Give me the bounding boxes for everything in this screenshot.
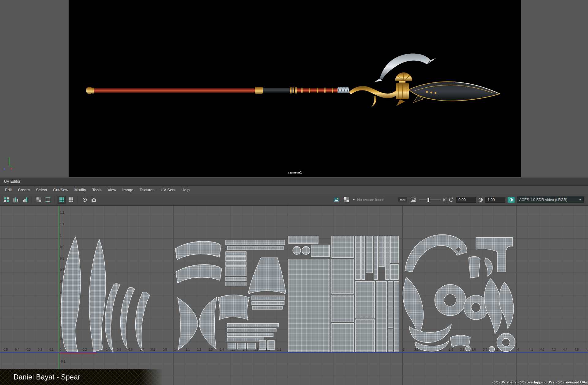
uv-shell (489, 346, 495, 352)
uv-shell (259, 341, 266, 350)
uv-shell (135, 292, 150, 351)
uv-shell (120, 287, 135, 349)
uv-shell (227, 338, 264, 341)
uv-shell (226, 240, 285, 245)
texture-dropdown-caret[interactable] (352, 199, 355, 200)
uv-shell (176, 265, 222, 283)
uv-shell (332, 323, 354, 352)
spear-render (69, 0, 521, 177)
color-management-toggle[interactable] (507, 197, 515, 203)
uv-editor-titlebar: UV Editor (0, 177, 588, 186)
uv-shell-group-organic[interactable] (403, 234, 515, 352)
uv-shell (199, 297, 217, 349)
menu-help[interactable]: Help (178, 186, 193, 193)
uv-shell (386, 236, 389, 280)
pixel-snap-icon[interactable] (44, 196, 52, 204)
view-transform-value: ACES 1.0 SDR-video (sRGB) (519, 198, 577, 202)
uv-shell (394, 281, 399, 352)
uv-shell (268, 341, 274, 350)
uv-shell (499, 282, 514, 328)
uv-shell (61, 237, 81, 353)
uv-grid-canvas[interactable]: Daniel Bayat - Spear (0/0) UV shells, (0… (0, 206, 588, 385)
uv-shell (227, 333, 273, 337)
uv-shell (288, 236, 318, 243)
exposure-reset-icon[interactable] (449, 197, 454, 202)
uv-shell (178, 298, 198, 350)
uv-shell (356, 281, 375, 318)
menu-cut-sew[interactable]: Cut/Sew (50, 186, 71, 193)
menu-uv-sets[interactable]: UV Sets (158, 186, 179, 193)
uv-shell (405, 234, 467, 272)
uv-shell (469, 257, 480, 278)
uv-layout-bars-icon[interactable] (12, 196, 20, 204)
uv-shell (288, 259, 330, 352)
rgb-channels-button[interactable]: RGB (398, 197, 407, 202)
gamma-field[interactable]: 1.00 (485, 197, 505, 203)
uv-status-bar: (0/0) UV shells, (0/0) overlapping UVs, … (492, 380, 587, 384)
uv-shell (238, 343, 246, 349)
image-brightness-slider[interactable] (419, 197, 441, 202)
uv-shell (332, 259, 354, 293)
uv-shell (227, 246, 283, 250)
uv-shell (435, 284, 466, 316)
grid-display-icon[interactable] (58, 196, 66, 204)
texture-display-icon[interactable] (332, 196, 340, 204)
uv-shell-group-blocks[interactable] (288, 236, 399, 352)
menu-tools[interactable]: Tools (89, 186, 104, 193)
slider-end-icon (443, 198, 447, 202)
uv-shell (362, 236, 365, 280)
axis-z-label: z (4, 167, 6, 170)
uv-shell (332, 295, 354, 322)
3d-viewport[interactable]: camera1 (69, 0, 521, 177)
menu-view[interactable]: View (104, 186, 119, 193)
uv-shell (379, 236, 384, 267)
texture-checker-icon[interactable] (342, 196, 350, 204)
uv-snapshot-icon[interactable] (90, 196, 98, 204)
texel-density-icon[interactable] (67, 196, 75, 204)
menu-bar: EditCreateSelectCut/SewModifyToolsViewIm… (0, 186, 588, 194)
uv-shell (226, 252, 246, 255)
texture-status-label[interactable]: No texture found (357, 198, 396, 202)
uv-shells[interactable] (0, 206, 588, 385)
uv-shell (366, 236, 373, 273)
image-display-icon[interactable] (409, 196, 417, 204)
dim-image-icon[interactable] (81, 196, 89, 204)
checker-map-icon[interactable] (35, 196, 43, 204)
uv-shell (450, 335, 470, 348)
menu-edit[interactable]: Edit (2, 186, 15, 193)
uv-shell (248, 258, 286, 294)
view-transform-select[interactable]: ACES 1.0 SDR-video (sRGB) (517, 196, 584, 203)
uv-shell (497, 333, 515, 352)
menu-create[interactable]: Create (15, 186, 33, 193)
menu-textures[interactable]: Textures (136, 186, 157, 193)
camera-label: camera1 (288, 170, 302, 174)
watermark-banner: Daniel Bayat - Spear (0, 369, 163, 385)
uv-shell (293, 246, 301, 254)
watermark-text: Daniel Bayat - Spear (13, 373, 80, 381)
menu-modify[interactable]: Modify (71, 186, 89, 193)
toolbar-separator (77, 197, 78, 203)
uv-shell (356, 320, 375, 352)
uv-stack-icon[interactable] (21, 196, 29, 204)
toolbar-separator (55, 197, 55, 203)
uv-shell-group-blades[interactable] (61, 237, 150, 353)
uv-shell (252, 296, 285, 300)
uv-shell-group-bands[interactable] (175, 240, 286, 350)
uv-shell (247, 343, 255, 349)
menu-image[interactable]: Image (119, 186, 136, 193)
uv-shell (226, 282, 246, 286)
uv-shell (226, 262, 246, 265)
exposure-field[interactable]: 0.00 (456, 197, 476, 203)
uv-shell (105, 284, 120, 352)
uv-shell-select-icon[interactable] (2, 196, 10, 204)
uv-shell (89, 239, 106, 352)
axis-x-label: x (10, 167, 12, 170)
uv-shell (252, 301, 284, 305)
gamma-contrast-icon (478, 197, 483, 202)
uv-shell (388, 329, 393, 352)
uv-shell (388, 281, 393, 327)
toolbar-separator (32, 197, 32, 203)
uv-shell (403, 277, 423, 335)
u-axis-red-segment (59, 353, 97, 353)
menu-select[interactable]: Select (33, 186, 50, 193)
